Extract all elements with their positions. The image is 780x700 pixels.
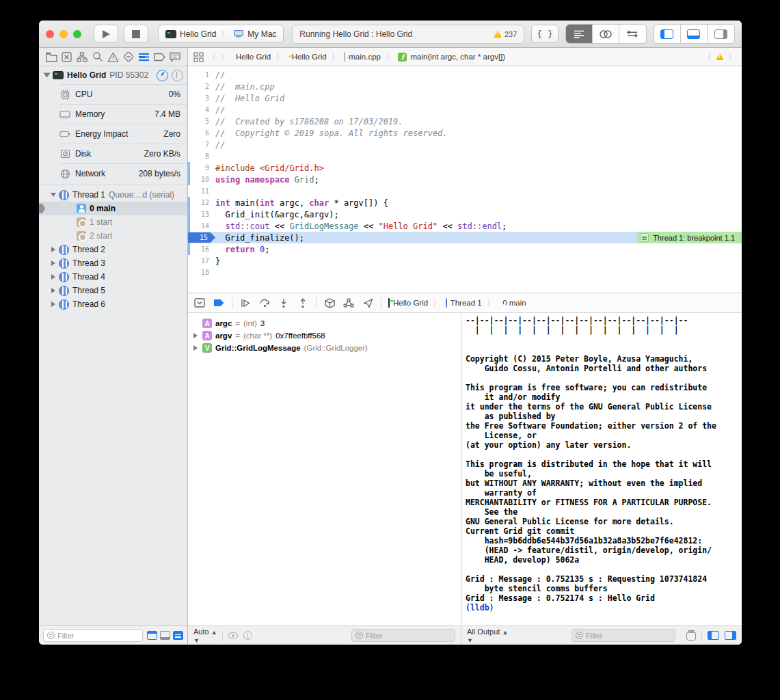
console-toggle-icon[interactable] bbox=[725, 631, 736, 640]
run-button[interactable] bbox=[94, 25, 118, 43]
jump-bar-item[interactable]: main.cpp bbox=[344, 53, 381, 61]
disclosure-triangle[interactable] bbox=[51, 301, 55, 307]
gauge-row-disk[interactable]: DiskZero KB/s bbox=[59, 144, 187, 163]
disclosure-triangle[interactable] bbox=[51, 274, 55, 280]
hide-debug-area-button[interactable] bbox=[193, 297, 206, 308]
gauge-row-network[interactable]: Network208 bytes/s bbox=[59, 163, 187, 183]
disclosure-triangle[interactable] bbox=[51, 288, 55, 293]
back-button[interactable]: 〈 bbox=[208, 51, 216, 63]
disclosure-triangle[interactable] bbox=[44, 73, 51, 78]
line-number-gutter[interactable]: 3 bbox=[188, 94, 215, 102]
quicklook-icon[interactable] bbox=[228, 632, 238, 639]
flag-filter-icon[interactable] bbox=[147, 631, 157, 640]
stack-frame-row[interactable]: 1 start bbox=[39, 215, 187, 229]
debug-crumb[interactable]: Thread 1 bbox=[446, 299, 482, 307]
navigator-tab-report-navigator[interactable] bbox=[168, 50, 182, 64]
scope-selector[interactable]: Auto ▲▼ bbox=[193, 628, 217, 644]
navigator-tab-issue-navigator[interactable] bbox=[107, 50, 120, 64]
line-number-gutter[interactable]: 9 bbox=[188, 164, 215, 172]
jump-bar-item[interactable]: Hello Grid bbox=[232, 53, 271, 61]
gauge-row-memory[interactable]: Memory7.4 MB bbox=[59, 104, 187, 124]
line-number-gutter[interactable]: 6 bbox=[188, 129, 215, 137]
line-number-gutter[interactable]: 5 bbox=[188, 118, 215, 125]
continue-button[interactable] bbox=[239, 297, 252, 308]
related-items-icon[interactable] bbox=[193, 52, 204, 62]
clear-console-icon[interactable] bbox=[686, 630, 696, 641]
line-number-gutter[interactable]: 14 bbox=[188, 222, 215, 230]
process-row[interactable]: Hello Grid PID 55302 bbox=[39, 66, 187, 84]
console-output[interactable]: --|--|--|--|--|--|--|--|--|--|--|--|--|-… bbox=[461, 313, 742, 625]
navigator-tab-source-control[interactable] bbox=[60, 50, 74, 64]
navigator-filter-field[interactable]: Filter bbox=[43, 629, 143, 642]
stack-filter-icon[interactable] bbox=[160, 631, 170, 640]
source-editor[interactable]: 1//2// main.cpp3// Hello Grid4//5// Crea… bbox=[188, 66, 742, 293]
navigator-tab-symbol-navigator[interactable] bbox=[75, 50, 89, 64]
gauge-icon[interactable] bbox=[157, 70, 168, 81]
assistant-editor-button[interactable] bbox=[593, 25, 619, 43]
line-number-gutter[interactable]: 10 bbox=[188, 176, 215, 183]
view-hierarchy-button[interactable] bbox=[323, 297, 336, 308]
output-scope-selector[interactable]: All Output ▲▼ bbox=[467, 628, 507, 644]
console-filter-field[interactable]: Filter bbox=[571, 629, 675, 642]
debug-crumb[interactable]: 0 main bbox=[499, 299, 526, 307]
step-out-button[interactable] bbox=[297, 297, 309, 308]
line-number-gutter[interactable]: 17 bbox=[188, 257, 215, 265]
lldb-prompt[interactable]: (lldb) bbox=[466, 603, 738, 612]
next-issue-button[interactable]: 〉 bbox=[728, 51, 736, 63]
thread-row[interactable]: Thread 1Queue:...d (serial) bbox=[39, 188, 187, 202]
scheme-selector[interactable]: Hello Grid 〉 My Mac bbox=[158, 25, 284, 43]
disclosure-triangle[interactable] bbox=[51, 260, 55, 266]
line-number-gutter[interactable]: 8 bbox=[188, 152, 215, 160]
breakpoint-marker[interactable]: 15 bbox=[188, 232, 215, 243]
thread-row[interactable]: Thread 3 bbox=[39, 256, 187, 270]
memory-graph-button[interactable] bbox=[342, 297, 355, 308]
info-icon[interactable]: i bbox=[243, 631, 252, 640]
variable-row[interactable]: Aargv=(char **)0x7ffeefbff568 bbox=[192, 329, 458, 342]
navigator-tab-debug-navigator[interactable] bbox=[137, 50, 151, 64]
version-editor-button[interactable] bbox=[619, 25, 646, 43]
variables-filter-field[interactable]: Filter bbox=[351, 629, 455, 642]
standard-editor-button[interactable] bbox=[566, 25, 593, 43]
previous-issue-button[interactable]: 〈 bbox=[703, 51, 712, 63]
debug-crumb[interactable]: Hello Grid bbox=[388, 299, 428, 307]
line-number-gutter[interactable]: 11 bbox=[188, 187, 215, 195]
line-number-gutter[interactable]: 1 bbox=[188, 71, 215, 79]
variable-row[interactable]: VGrid::GridLogMessage(Grid::GridLogger) bbox=[192, 342, 458, 354]
breakpoints-toggle-button[interactable] bbox=[213, 297, 225, 308]
inspector-panel-toggle[interactable] bbox=[708, 25, 734, 43]
disclosure-triangle[interactable] bbox=[192, 345, 199, 351]
debug-panel-toggle[interactable] bbox=[681, 25, 708, 43]
thread-row[interactable]: Thread 4 bbox=[39, 270, 187, 284]
stack-frame-row[interactable]: 0 main bbox=[39, 202, 187, 215]
zoom-button[interactable] bbox=[73, 30, 81, 38]
breakpoint-annotation[interactable]: Thread 1: breakpoint 1.1 bbox=[637, 232, 742, 243]
threads-view-icon[interactable] bbox=[172, 70, 183, 81]
thread-row[interactable]: Thread 6 bbox=[39, 297, 187, 311]
disclosure-triangle[interactable] bbox=[51, 193, 56, 197]
gauge-row-cpu[interactable]: CPU0% bbox=[59, 84, 187, 104]
jump-bar-item[interactable]: Hello Grid bbox=[288, 53, 327, 61]
disclosure-triangle[interactable] bbox=[51, 247, 55, 252]
forward-button[interactable]: 〉 bbox=[220, 51, 228, 63]
step-over-button[interactable] bbox=[258, 297, 271, 308]
line-number-gutter[interactable]: 12 bbox=[188, 199, 215, 206]
navigator-panel-toggle[interactable] bbox=[654, 25, 681, 43]
grid-filter-icon[interactable] bbox=[173, 631, 183, 640]
code-review-button[interactable]: { } bbox=[531, 25, 559, 43]
step-into-button[interactable] bbox=[278, 297, 290, 308]
thread-row[interactable]: Thread 2 bbox=[39, 243, 187, 256]
line-number-gutter[interactable]: 7 bbox=[188, 141, 215, 148]
navigator-tab-find-navigator[interactable] bbox=[91, 50, 105, 64]
variable-row[interactable]: Aargc=(int)3 bbox=[192, 317, 458, 329]
line-number-gutter[interactable]: 13 bbox=[188, 211, 215, 218]
line-number-gutter[interactable]: 2 bbox=[188, 83, 215, 90]
jump-bar-item[interactable]: fmain(int argc, char * argv[]) bbox=[398, 53, 505, 62]
line-number-gutter[interactable]: 16 bbox=[188, 245, 215, 253]
variables-toggle-icon[interactable] bbox=[708, 631, 719, 640]
line-number-gutter[interactable]: 18 bbox=[188, 269, 215, 276]
thread-row[interactable]: Thread 5 bbox=[39, 284, 187, 297]
line-number-gutter[interactable]: 4 bbox=[188, 106, 215, 113]
navigator-tab-project-navigator[interactable] bbox=[44, 50, 58, 64]
gauge-row-energy-impact[interactable]: Energy ImpactZero bbox=[59, 124, 187, 144]
navigator-tab-breakpoint-navigator[interactable] bbox=[152, 50, 166, 64]
